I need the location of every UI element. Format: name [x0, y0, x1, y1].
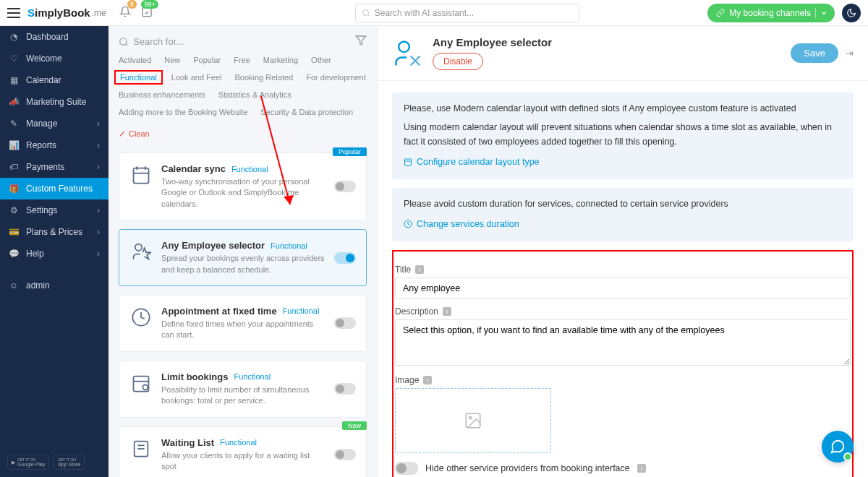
- sidebar-item-calendar[interactable]: ▦Calendar: [0, 69, 109, 91]
- tab-look-feel[interactable]: Look and Feel: [171, 72, 222, 83]
- configure-layout-link[interactable]: Configure calendar layout type: [404, 155, 540, 169]
- image-upload-dropzone[interactable]: [395, 388, 551, 453]
- tab-booking-website[interactable]: Adding more to the Booking Website: [119, 106, 247, 118]
- bell-icon[interactable]: $: [119, 6, 131, 20]
- sidebar-item-plans[interactable]: 💳Plans & Prices›: [0, 221, 109, 243]
- info-icon[interactable]: i: [443, 307, 451, 316]
- sidebar-item-manage[interactable]: ✎Manage›: [0, 113, 109, 134]
- tab-functional[interactable]: Functional: [114, 70, 163, 85]
- feature-title: Any Employee selector: [161, 240, 265, 251]
- tab-business-enhancements[interactable]: Business enhancements: [119, 89, 205, 100]
- tab-for-development[interactable]: For development: [306, 72, 366, 83]
- feature-search[interactable]: Search for...: [119, 36, 349, 47]
- svg-point-3: [120, 38, 127, 44]
- feature-toggle[interactable]: [334, 252, 356, 264]
- feature-title: Calendar sync: [161, 163, 226, 174]
- tab-other[interactable]: Other: [311, 54, 331, 66]
- tab-security[interactable]: Security & Data protection: [260, 106, 353, 118]
- info-icon[interactable]: i: [415, 265, 424, 274]
- feature-toggle[interactable]: [334, 317, 356, 329]
- tab-popular[interactable]: Popular: [193, 54, 221, 66]
- info-icon[interactable]: i: [637, 464, 646, 473]
- feature-title: Limit bookings: [161, 371, 228, 382]
- info-icon[interactable]: i: [423, 376, 432, 384]
- feature-card-waiting-list[interactable]: New Waiting ListFunctional Allow your cl…: [119, 426, 367, 477]
- feature-detail-panel: Any Employee selector Disable Save ⇥ Ple…: [378, 26, 868, 477]
- sidebar-label: Dashboard: [26, 32, 69, 42]
- sidebar-item-payments[interactable]: 🏷Payments›: [0, 156, 109, 178]
- tab-activated[interactable]: Activated: [119, 54, 151, 66]
- theme-toggle[interactable]: [842, 4, 861, 22]
- sidebar-item-admin[interactable]: ☺admin: [0, 275, 109, 296]
- collapse-icon[interactable]: ⇥: [846, 48, 854, 59]
- sidebar-label: Welcome: [26, 53, 62, 64]
- sidebar-item-marketing[interactable]: 📣Marketing Suite: [0, 91, 109, 113]
- waiting-list-icon: [129, 437, 153, 460]
- feature-tag: Functional: [283, 306, 320, 315]
- any-employee-icon: [129, 240, 153, 263]
- sidebar-label: Marketing Suite: [26, 97, 86, 107]
- filter-icon[interactable]: [355, 35, 367, 48]
- description-textarea[interactable]: [395, 319, 851, 366]
- sidebar: ◔Dashboard ♡Welcome ▦Calendar 📣Marketing…: [0, 26, 109, 477]
- google-play-badge[interactable]: ▶ GET IT ONGoogle Play: [7, 455, 49, 470]
- feature-card-calendar-sync[interactable]: Popular Calendar syncFunctional Two-way …: [119, 152, 367, 220]
- sidebar-item-help[interactable]: 💬Help›: [0, 243, 109, 265]
- svg-rect-6: [134, 168, 149, 184]
- sidebar-label: Reports: [26, 140, 56, 150]
- save-button[interactable]: Save: [791, 43, 838, 63]
- logo[interactable]: SimplyBook.me: [27, 7, 106, 19]
- feature-card-fixed-time[interactable]: Appointment at fixed timeFunctional Defi…: [119, 295, 367, 352]
- limit-icon: [129, 371, 153, 395]
- hamburger-menu[interactable]: [7, 8, 20, 18]
- feature-card-limit-bookings[interactable]: Limit bookingsFunctional Possibility to …: [119, 361, 367, 418]
- tab-clean[interactable]: Clean: [119, 128, 150, 139]
- feature-desc: Define fixed times when your appointment…: [161, 319, 326, 341]
- sidebar-label: Help: [26, 249, 44, 259]
- disable-button[interactable]: Disable: [433, 53, 483, 70]
- chevron-right-icon: ›: [97, 162, 100, 172]
- booking-channels-button[interactable]: My booking channels: [707, 4, 835, 22]
- detail-title: Any Employee selector: [433, 36, 791, 48]
- tasks-badge: 99+: [141, 0, 158, 9]
- app-store-badge[interactable]: GET IT ONApp Store: [54, 455, 85, 470]
- feature-list-panel: Search for... Activated New Popular Free…: [109, 26, 378, 477]
- feature-toggle[interactable]: [334, 383, 356, 395]
- feature-toggle[interactable]: [334, 449, 356, 460]
- feature-tag: Functional: [220, 438, 257, 447]
- global-search[interactable]: Search with AI assistant...: [355, 4, 579, 22]
- tab-free[interactable]: Free: [234, 54, 250, 66]
- title-input[interactable]: [395, 278, 851, 299]
- sidebar-label: admin: [26, 280, 50, 291]
- logo-s: S: [27, 7, 35, 19]
- chevron-down-icon: [820, 9, 827, 17]
- alert-text: Using modern calendar layout will preven…: [404, 120, 842, 149]
- feature-toggle[interactable]: [334, 181, 356, 192]
- sidebar-item-reports[interactable]: 📊Reports›: [0, 134, 109, 156]
- change-duration-link[interactable]: Change services duration: [404, 217, 519, 231]
- tab-new[interactable]: New: [164, 54, 180, 66]
- calendar-sync-icon: [129, 163, 153, 186]
- channels-label: My booking channels: [729, 8, 811, 18]
- feature-desc: Spread your bookings evenly across provi…: [161, 253, 326, 275]
- sidebar-label: Payments: [26, 162, 64, 172]
- image-placeholder-icon: [464, 411, 482, 430]
- chat-fab[interactable]: [822, 431, 854, 463]
- topbar: SimplyBook.me $ 99+ Search with AI assis…: [0, 0, 868, 26]
- sidebar-item-custom-features[interactable]: 🎁Custom Features: [0, 178, 109, 199]
- alert-text: Please, use Modern calendar layout with …: [404, 101, 842, 116]
- svg-rect-17: [405, 159, 412, 166]
- feature-card-any-employee[interactable]: Any Employee selectorFunctional Spread y…: [119, 229, 367, 286]
- tab-booking-related[interactable]: Booking Related: [234, 72, 293, 83]
- sidebar-label: Plans & Prices: [26, 227, 82, 237]
- feature-list[interactable]: Popular Calendar syncFunctional Two-way …: [109, 144, 377, 477]
- tab-marketing[interactable]: Marketing: [263, 54, 298, 66]
- sidebar-item-dashboard[interactable]: ◔Dashboard: [0, 26, 109, 48]
- hide-providers-toggle[interactable]: [395, 462, 418, 475]
- sidebar-label: Custom Features: [26, 184, 93, 194]
- sidebar-item-welcome[interactable]: ♡Welcome: [0, 48, 109, 69]
- tasks-icon[interactable]: 99+: [141, 6, 153, 20]
- sidebar-item-settings[interactable]: ⚙Settings›: [0, 199, 109, 221]
- tab-statistics[interactable]: Statistics & Analytics: [218, 89, 292, 100]
- moon-icon: [846, 8, 856, 18]
